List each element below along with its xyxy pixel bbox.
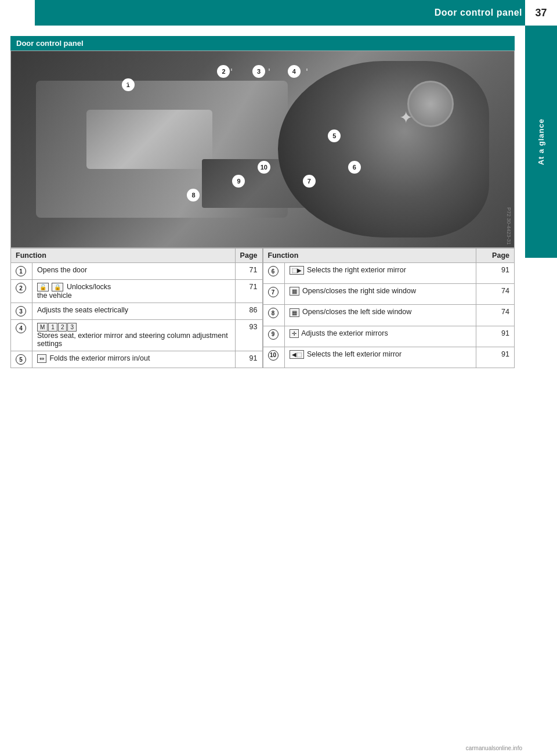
table-row: 10 ◀⬚ Selects the left exterior mirror 9… bbox=[263, 347, 515, 368]
num-badge-8: 8 bbox=[268, 308, 278, 318]
memory-btn-3: 3 bbox=[67, 323, 77, 332]
num-badge-7: 7 bbox=[268, 287, 278, 297]
callout-7: 7 bbox=[303, 175, 316, 188]
num-badge-4: 4 bbox=[16, 323, 26, 333]
left-col-function: Function bbox=[11, 249, 236, 263]
row-num: 3 bbox=[11, 303, 32, 320]
num-badge-1: 1 bbox=[16, 266, 26, 276]
row-num: 8 bbox=[263, 305, 284, 326]
left-function-table: Function Page 1 Opens the door 71 2 bbox=[10, 248, 263, 368]
car-image: ✦ 1 2 3 4 5 6 7 8 9 10 bbox=[10, 51, 515, 248]
num-badge-9: 9 bbox=[268, 329, 278, 340]
callout-10: 10 bbox=[258, 161, 270, 174]
memory-btn-m: M bbox=[37, 323, 48, 332]
num-badge-2: 2 bbox=[16, 283, 26, 293]
table-row: 1 Opens the door 71 bbox=[11, 263, 263, 280]
image-credit: P72 30-4423-31 bbox=[506, 207, 512, 245]
row-page: 74 bbox=[476, 305, 515, 326]
row-num: 9 bbox=[263, 326, 284, 347]
table-row: 5 ⇔ Folds the exterior mirrors in/out 91 bbox=[11, 351, 263, 368]
right-col-function: Function bbox=[263, 249, 476, 263]
row-num: 10 bbox=[263, 347, 284, 368]
table-row: 2 🔓 🔒 Unlocks/locksthe vehicle 71 bbox=[11, 280, 263, 303]
row-description: M 1 2 3 Stores seat, exterior mirror and… bbox=[32, 320, 236, 351]
num-badge-5: 5 bbox=[16, 354, 26, 365]
table-row: 4 M 1 2 3 Stores seat, exterior mirror a… bbox=[11, 320, 263, 351]
row-description: 🔓 🔒 Unlocks/locksthe vehicle bbox=[32, 280, 236, 303]
memory-btn-2: 2 bbox=[58, 323, 67, 332]
row-page: 91 bbox=[476, 326, 515, 347]
right-function-table: Function Page 6 ⬚▶ Selects the right ext… bbox=[263, 248, 515, 368]
callout-9: 9 bbox=[232, 175, 245, 188]
table-row: 6 ⬚▶ Selects the right exterior mirror 9… bbox=[263, 263, 515, 284]
row-description: Opens the door bbox=[32, 263, 236, 280]
row-num: 5 bbox=[11, 351, 32, 368]
memory-btn-1: 1 bbox=[48, 323, 57, 332]
row-description: ⬚▶ Selects the right exterior mirror bbox=[284, 263, 476, 284]
sidebar-label: At a glance bbox=[537, 118, 545, 165]
adjust-mirrors-icon: ✛ bbox=[290, 329, 299, 338]
callout-1: 1 bbox=[122, 78, 135, 91]
lock-icon: 🔒 bbox=[52, 283, 63, 291]
left-col-page: Page bbox=[235, 249, 262, 263]
row-description: ⇔ Folds the exterior mirrors in/out bbox=[32, 351, 236, 368]
main-content: Door control panel ✦ 1 2 3 4 5 6 bbox=[0, 26, 525, 379]
callout-6: 6 bbox=[348, 161, 361, 174]
callout-5: 5 bbox=[328, 129, 341, 142]
row-num: 1 bbox=[11, 263, 32, 280]
row-description: ▦ Opens/closes the right side window bbox=[284, 284, 476, 305]
num-badge-10: 10 bbox=[268, 350, 278, 361]
row-description: ◀⬚ Selects the left exterior mirror bbox=[284, 347, 476, 368]
row-num: 7 bbox=[263, 284, 284, 305]
fold-mirror-icon: ⇔ bbox=[37, 354, 46, 363]
table-row: 9 ✛ Adjusts the exterior mirrors 91 bbox=[263, 326, 515, 347]
num-badge-3: 3 bbox=[16, 306, 26, 316]
watermark: carmanualsonline.info bbox=[466, 745, 522, 751]
row-page: 91 bbox=[235, 351, 262, 368]
header-title: Door control panel bbox=[435, 8, 522, 18]
left-window-icon: ▦ bbox=[290, 308, 299, 317]
row-page: 91 bbox=[476, 347, 515, 368]
callout-2: 2 bbox=[217, 65, 230, 78]
row-page: 71 bbox=[235, 280, 262, 303]
row-description: Adjusts the seats electrically bbox=[32, 303, 236, 320]
callouts-overlay: 1 2 3 4 5 6 7 8 9 10 bbox=[11, 51, 514, 247]
right-sidebar: At a glance bbox=[525, 26, 557, 258]
callout-3: 3 bbox=[252, 65, 265, 78]
right-col-page: Page bbox=[476, 249, 515, 263]
row-num: 6 bbox=[263, 263, 284, 284]
left-mirror-select-icon: ◀⬚ bbox=[290, 350, 304, 359]
row-num: 2 bbox=[11, 280, 32, 303]
car-image-bg: ✦ 1 2 3 4 5 6 7 8 9 10 bbox=[11, 51, 514, 247]
row-page: 93 bbox=[235, 320, 262, 351]
row-page: 86 bbox=[235, 303, 262, 320]
table-row: 3 Adjusts the seats electrically 86 bbox=[11, 303, 263, 320]
tables-container: Function Page 1 Opens the door 71 2 bbox=[10, 248, 515, 368]
callout-8: 8 bbox=[187, 189, 200, 201]
callout-lines bbox=[11, 51, 514, 247]
top-header-bar: Door control panel bbox=[35, 0, 557, 26]
row-page: 91 bbox=[476, 263, 515, 284]
table-row: 8 ▦ Opens/closes the left side window 74 bbox=[263, 305, 515, 326]
page-number-box: 37 bbox=[525, 0, 557, 26]
table-row: 7 ▦ Opens/closes the right side window 7… bbox=[263, 284, 515, 305]
row-page: 74 bbox=[476, 284, 515, 305]
memory-buttons: M 1 2 3 bbox=[37, 323, 77, 332]
right-window-icon: ▦ bbox=[290, 287, 299, 296]
page-number: 37 bbox=[535, 7, 547, 19]
row-num: 4 bbox=[11, 320, 32, 351]
row-description: ▦ Opens/closes the left side window bbox=[284, 305, 476, 326]
callout-4: 4 bbox=[288, 65, 301, 78]
row-description: ✛ Adjusts the exterior mirrors bbox=[284, 326, 476, 347]
right-mirror-select-icon: ⬚▶ bbox=[290, 266, 304, 275]
section-heading: Door control panel bbox=[10, 36, 515, 51]
unlock-icon: 🔓 bbox=[37, 283, 49, 291]
row-page: 71 bbox=[235, 263, 262, 280]
num-badge-6: 6 bbox=[268, 266, 278, 276]
